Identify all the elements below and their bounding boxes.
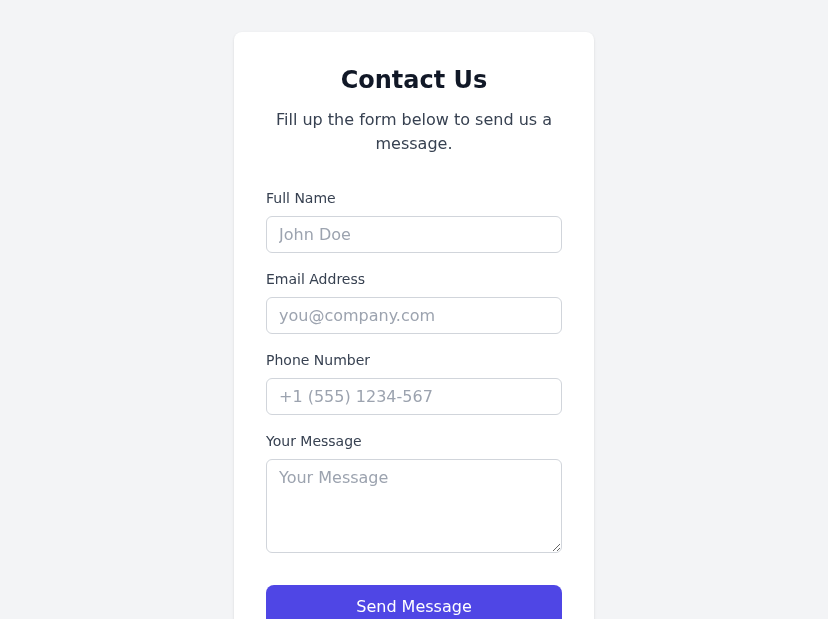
email-label: Email Address <box>266 269 562 289</box>
phone-input[interactable] <box>266 378 562 415</box>
send-message-button[interactable]: Send Message <box>266 585 562 619</box>
page-title: Contact Us <box>266 64 562 96</box>
phone-label: Phone Number <box>266 350 562 370</box>
message-label: Your Message <box>266 431 562 451</box>
page-subtitle: Fill up the form below to send us a mess… <box>266 108 562 156</box>
contact-form: Full Name Email Address Phone Number You… <box>266 188 562 619</box>
contact-form-card: Contact Us Fill up the form below to sen… <box>234 32 594 619</box>
full-name-label: Full Name <box>266 188 562 208</box>
full-name-input[interactable] <box>266 216 562 253</box>
message-textarea[interactable] <box>266 459 562 553</box>
email-input[interactable] <box>266 297 562 334</box>
